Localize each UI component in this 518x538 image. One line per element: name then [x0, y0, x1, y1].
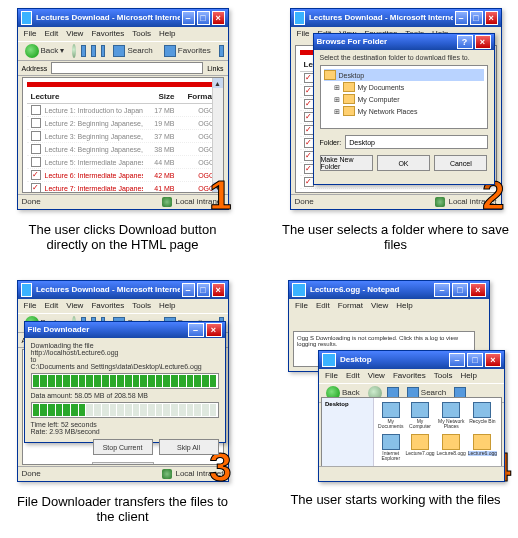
stop-current-button[interactable]: Stop Current	[93, 439, 153, 455]
home-icon[interactable]	[101, 45, 106, 57]
total-progress-bar	[31, 402, 219, 418]
file-downloader-dialog: File Downloader–× Downloading the file h…	[24, 321, 226, 443]
folder-tree[interactable]: Desktop ⊞My Documents ⊞My Computer ⊞My N…	[320, 65, 488, 129]
menu-help[interactable]: Help	[159, 30, 175, 38]
back-button[interactable]: Back ▾	[22, 43, 68, 59]
maximize-button[interactable]: □	[470, 11, 483, 25]
address-label: Address	[22, 65, 48, 72]
history-icon[interactable]	[219, 45, 224, 57]
menu-file[interactable]: File	[24, 30, 37, 38]
downloader-title: File Downloader	[28, 326, 186, 334]
download-button[interactable]: Download	[92, 462, 154, 465]
icon-pane[interactable]: My DocumentsMy ComputerMy Network Places…	[374, 398, 501, 466]
file-icon[interactable]: My Network Places	[437, 402, 466, 432]
ok-button[interactable]: OK	[377, 155, 430, 171]
dl-amount: Data amount: 58.05 MB of 208.58 MB	[31, 392, 219, 399]
notepad-title: Lecture6.ogg - Notepad	[310, 286, 432, 294]
caption-1: The user clicks Download button directly…	[8, 222, 237, 252]
file-icon[interactable]: Lecture8.ogg	[437, 434, 466, 464]
close-button[interactable]: ×	[485, 11, 498, 25]
dialog-title: Browse For Folder	[317, 38, 455, 46]
menu-bar[interactable]: File Edit View Favorites Tools Help	[18, 27, 228, 41]
tree-item-desktop[interactable]: Desktop	[324, 69, 484, 81]
make-new-folder-button[interactable]: Make New Folder	[320, 155, 373, 171]
system-icon	[382, 402, 400, 418]
ie-icon	[21, 11, 32, 25]
star-icon	[164, 45, 176, 57]
table-row[interactable]: Lecture 2: Beginning Japanese, pt. 119 M…	[27, 117, 219, 130]
menu-favorites[interactable]: Favorites	[91, 30, 124, 38]
caption-3: File Downloader transfers the files to t…	[8, 494, 237, 524]
stop-icon[interactable]	[81, 45, 86, 57]
menu-tools[interactable]: Tools	[132, 30, 151, 38]
menu-edit[interactable]: Edit	[44, 30, 58, 38]
file-icon[interactable]: Recycle Bin	[468, 402, 497, 432]
zone-icon	[162, 197, 172, 207]
dl-line3: to	[31, 356, 219, 363]
cancel-button[interactable]: Cancel	[434, 155, 487, 171]
address-bar: Address Links	[18, 61, 228, 76]
caption-4: The user starts working with the files	[290, 492, 500, 507]
minimize-button[interactable]: –	[455, 11, 468, 25]
dialog-help-button[interactable]: ?	[457, 35, 473, 49]
refresh-icon[interactable]	[91, 45, 96, 57]
file-icon[interactable]: Internet Explorer	[378, 434, 403, 464]
checkbox[interactable]: ✓	[31, 170, 41, 180]
tree-item-documents[interactable]: ⊞My Documents	[324, 81, 484, 93]
close-button[interactable]: ×	[212, 11, 225, 25]
table-header: Lecture Size Format	[27, 91, 219, 104]
checkbox[interactable]	[31, 131, 41, 141]
back-icon	[25, 44, 39, 58]
table-row[interactable]: Lecture 5: Intermediate Japanese, pt. 14…	[27, 156, 219, 169]
table-row[interactable]: ✓Lecture 6: Intermediate Japanese, pt. 2…	[27, 169, 219, 182]
file-icon[interactable]: Lecture6.ogg	[468, 434, 497, 464]
system-icon	[411, 402, 429, 418]
maximize-button[interactable]: □	[197, 11, 210, 25]
folder-label: Folder:	[320, 139, 342, 146]
folder-input[interactable]: Desktop	[345, 135, 487, 149]
status-bar: Done Local intranet	[18, 194, 228, 209]
window-title: Lectures Download - Microsoft Internet E…	[36, 14, 180, 22]
minimize-button[interactable]: –	[182, 11, 195, 25]
checkbox[interactable]	[31, 105, 41, 115]
folder-icon	[343, 106, 355, 116]
browser-window-1: Lectures Download - Microsoft Internet E…	[17, 8, 229, 210]
ogg-file-icon	[473, 434, 491, 450]
links-label[interactable]: Links	[207, 65, 223, 72]
system-icon	[382, 434, 400, 450]
explorer-title: Desktop	[340, 356, 447, 364]
table-row[interactable]: Lecture 1: Introduction to Japanese Cult…	[27, 104, 219, 117]
table-row[interactable]: Lecture 4: Beginning Japanese, pt. 338 M…	[27, 143, 219, 156]
dialog-minimize-button[interactable]: –	[188, 323, 204, 337]
scroll-up-icon[interactable]: ▲	[213, 78, 223, 88]
file-icon[interactable]: My Computer	[405, 402, 434, 432]
address-input[interactable]	[51, 62, 203, 74]
search-button[interactable]: Search	[110, 44, 155, 58]
dl-rate: Rate: 2.93 MB/second	[31, 428, 219, 435]
search-icon	[113, 45, 125, 57]
browser-window-3: Lectures Download - Microsoft Internet E…	[17, 280, 229, 482]
tree-item-network[interactable]: ⊞My Network Places	[324, 105, 484, 117]
checkbox[interactable]	[31, 144, 41, 154]
page-content: Lecture Size Format Lecture 1: Introduct…	[22, 77, 224, 193]
titlebar[interactable]: Lectures Download - Microsoft Internet E…	[18, 9, 228, 27]
dialog-close-button[interactable]: ×	[206, 323, 222, 337]
system-icon	[442, 402, 460, 418]
file-icon[interactable]: Lecture7.ogg	[405, 434, 434, 464]
table-row[interactable]: ✓Lecture 7: Intermediate Japanese, pt. 3…	[27, 182, 219, 193]
tree-item-computer[interactable]: ⊞My Computer	[324, 93, 484, 105]
checkbox[interactable]	[31, 118, 41, 128]
folder-icon	[324, 70, 336, 80]
checkbox[interactable]	[31, 157, 41, 167]
dialog-close-button[interactable]: ×	[475, 35, 491, 49]
menu-view[interactable]: View	[66, 30, 83, 38]
skip-all-button[interactable]: Skip All	[159, 439, 219, 455]
tasks-pane: Desktop	[322, 398, 374, 466]
dialog-message: Select the destination folder to downloa…	[314, 50, 494, 65]
forward-button[interactable]	[72, 44, 76, 58]
favorites-button[interactable]: Favorites	[161, 44, 214, 58]
table-row[interactable]: Lecture 3: Beginning Japanese, pt. 237 M…	[27, 130, 219, 143]
col-size: Size	[143, 93, 175, 101]
checkbox[interactable]: ✓	[31, 183, 41, 193]
file-icon[interactable]: My Documents	[378, 402, 403, 432]
